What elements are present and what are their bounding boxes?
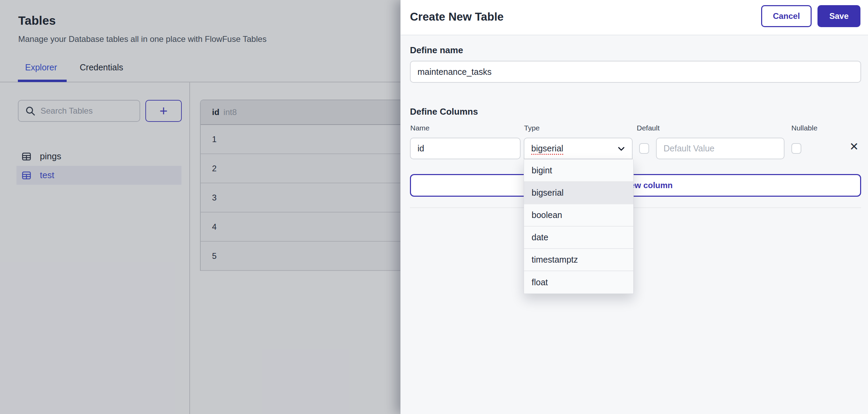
add-new-column-button[interactable]: + Add new column — [410, 174, 861, 197]
selected-type-value: bigserial — [531, 143, 563, 153]
define-name-heading: Define name — [410, 45, 463, 56]
type-option-bigint[interactable]: bigint — [524, 160, 633, 182]
column-name-input[interactable] — [410, 138, 521, 159]
type-option-float[interactable]: float — [524, 271, 633, 294]
type-option-boolean[interactable]: boolean — [524, 204, 633, 227]
section-divider — [410, 207, 861, 208]
define-columns-heading: Define Columns — [410, 106, 478, 117]
drawer-actions: Cancel Save — [761, 5, 860, 27]
column-label-default: Default — [637, 124, 660, 132]
type-option-bigserial[interactable]: bigserial — [524, 182, 633, 204]
type-option-date[interactable]: date — [524, 227, 633, 249]
default-checkbox[interactable] — [639, 143, 649, 154]
remove-column-icon[interactable]: ✕ — [849, 141, 859, 152]
default-value-input[interactable] — [656, 138, 784, 159]
column-label-nullable: Nullable — [791, 124, 817, 132]
drawer-title: Create New Table — [410, 10, 504, 23]
type-dropdown-menu: bigint bigserial boolean date timestampt… — [524, 160, 634, 294]
modal-dim-overlay[interactable] — [0, 0, 400, 414]
create-table-drawer: Create New Table Cancel Save Define name… — [400, 0, 868, 414]
nullable-checkbox[interactable] — [791, 143, 801, 154]
table-name-input[interactable] — [410, 61, 861, 83]
column-type-select[interactable]: bigserial — [524, 138, 633, 159]
column-label-type: Type — [524, 124, 540, 132]
type-option-timestamptz[interactable]: timestamptz — [524, 249, 633, 271]
app-root: Tables Manage your Database tables all i… — [0, 0, 868, 414]
cancel-button[interactable]: Cancel — [761, 5, 812, 27]
drawer-header: Create New Table Cancel Save — [401, 0, 868, 35]
save-button[interactable]: Save — [817, 5, 860, 27]
chevron-down-icon — [616, 143, 626, 154]
column-label-name: Name — [410, 124, 430, 132]
